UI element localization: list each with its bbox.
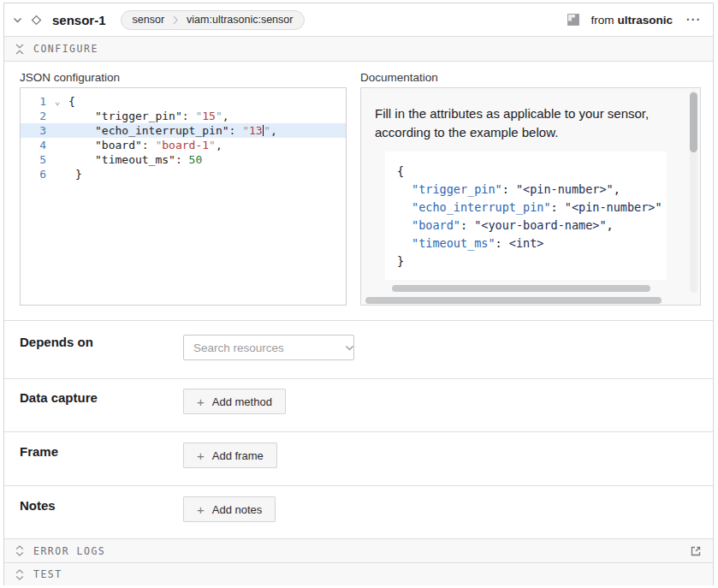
code-text: "echo_interrupt_pin": "13", <box>68 123 277 138</box>
configure-label: CONFIGURE <box>33 43 98 55</box>
module-icon <box>567 14 579 26</box>
overflow-menu-button[interactable]: ⋯ <box>684 15 703 24</box>
fold-chevron-icon[interactable]: ⌄ <box>46 94 68 109</box>
code-text: } <box>68 167 82 181</box>
collapse-chevron-icon[interactable] <box>13 17 22 23</box>
panel-vertical-scrollbar[interactable] <box>690 92 697 152</box>
header-right: fromultrasonic ⋯ <box>567 14 703 27</box>
error-logs-label: ERROR LOGS <box>33 545 105 557</box>
badge-type: sensor <box>133 14 165 26</box>
header-left: sensor-1 sensor viam:ultrasonic:sensor <box>13 10 305 30</box>
badge-model: viam:ultrasonic:sensor <box>187 14 293 26</box>
editor-line-6: 6} <box>21 167 346 181</box>
resource-type-badge: sensor viam:ultrasonic:sensor <box>121 10 306 30</box>
notes-label: Notes <box>20 498 56 513</box>
configure-section-header[interactable]: CONFIGURE <box>4 37 713 62</box>
test-section-header[interactable]: TEST <box>4 563 713 585</box>
line-number: 1 <box>21 94 46 109</box>
resource-card: sensor-1 sensor viam:ultrasonic:sensor f… <box>3 3 714 585</box>
fold-gutter <box>46 109 68 123</box>
editor-line-4: 4"board": "board-1", <box>21 138 346 152</box>
editor-line-2: 2"trigger_pin": "15", <box>21 109 346 123</box>
documentation-intro: Fill in the attributes as applicable to … <box>375 104 674 142</box>
badge-chevron-icon <box>173 15 178 25</box>
component-diamond-icon <box>30 14 43 27</box>
unfold-more-icon <box>15 545 24 556</box>
line-number: 5 <box>21 152 46 167</box>
section-divider <box>4 485 713 486</box>
plus-icon: + <box>197 449 205 462</box>
depends-on-select[interactable] <box>183 335 354 360</box>
documentation-label: Documentation <box>360 71 438 84</box>
doc-code-line: { <box>397 163 667 181</box>
section-divider <box>4 378 713 379</box>
add-method-button[interactable]: +Add method <box>183 389 286 414</box>
doc-code-line: "timeout_ms": <int> <box>397 235 667 252</box>
line-number: 6 <box>21 167 46 181</box>
open-in-new-icon[interactable] <box>690 545 702 557</box>
data-capture-label: Data capture <box>20 390 98 405</box>
json-config-editor[interactable]: 1⌄{ 2"trigger_pin": "15", 3"echo_interru… <box>20 87 347 306</box>
code-text: { <box>68 94 75 109</box>
chevron-down-icon <box>345 345 354 351</box>
unfold-more-icon <box>15 569 24 580</box>
fold-gutter <box>46 123 68 138</box>
editor-line-3-active: 3"echo_interrupt_pin": "13", <box>21 123 346 138</box>
fold-gutter <box>46 138 68 152</box>
error-logs-section-header[interactable]: ERROR LOGS <box>4 538 713 563</box>
editor-line-5: 5"timeout_ms": 50 <box>21 152 346 167</box>
plus-icon: + <box>197 395 205 408</box>
from-module-text: fromultrasonic <box>590 14 673 27</box>
code-text: "board": "board-1", <box>68 138 223 152</box>
test-label: TEST <box>33 568 62 580</box>
doc-code-line: "board": "<your-board-name>", <box>397 217 667 235</box>
editor-line-1: 1⌄{ <box>21 94 346 109</box>
code-text: "trigger_pin": "15", <box>68 109 229 123</box>
line-number: 2 <box>21 109 46 123</box>
panel-horizontal-scrollbar[interactable] <box>365 297 662 304</box>
fold-gutter <box>46 167 68 181</box>
section-divider <box>4 320 713 321</box>
doc-code-line: "echo_interrupt_pin": "<pin-number>" <box>397 199 667 217</box>
line-number: 4 <box>21 138 46 152</box>
doc-code-line: } <box>397 252 667 270</box>
plus-icon: + <box>197 503 205 516</box>
json-config-label: JSON configuration <box>20 71 120 84</box>
search-resources-input[interactable] <box>193 342 345 354</box>
depends-on-label: Depends on <box>20 335 93 349</box>
code-text: "timeout_ms": 50 <box>68 152 202 167</box>
fold-gutter <box>46 152 68 167</box>
documentation-code-block: { "trigger_pin": "<pin-number>", "echo_i… <box>385 151 667 280</box>
resource-header: sensor-1 sensor viam:ultrasonic:sensor f… <box>4 3 713 37</box>
resource-name: sensor-1 <box>52 13 106 27</box>
code-horizontal-scrollbar[interactable] <box>392 285 650 292</box>
line-number: 3 <box>21 123 46 138</box>
section-divider <box>4 431 713 432</box>
add-frame-button[interactable]: +Add frame <box>183 442 277 468</box>
doc-code-line: "trigger_pin": "<pin-number>", <box>397 181 667 199</box>
add-notes-button[interactable]: +Add notes <box>183 496 276 522</box>
documentation-panel: Fill in the attributes as applicable to … <box>360 87 701 306</box>
unfold-less-icon <box>15 44 24 55</box>
frame-label: Frame <box>20 444 58 459</box>
